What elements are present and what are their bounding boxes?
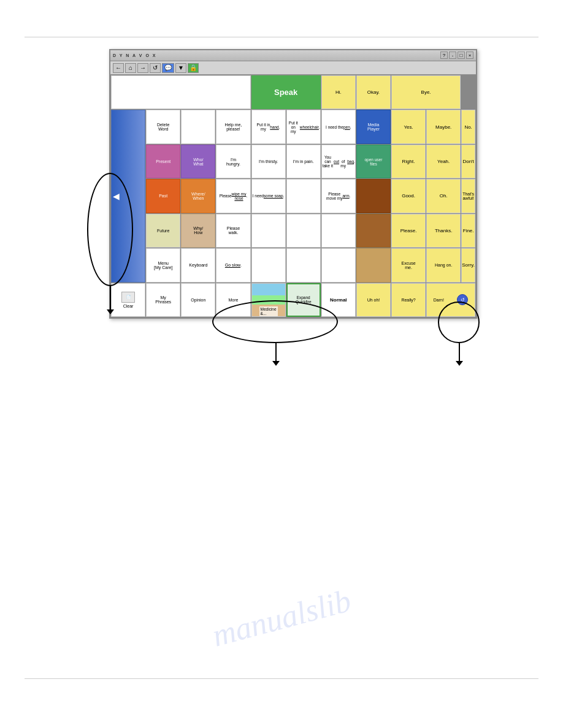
- arrow-right: [459, 343, 460, 362]
- cell-darn[interactable]: Darn! ↺: [426, 283, 475, 317]
- cell-i-need-pen[interactable]: I need thepen.: [321, 110, 356, 143]
- cell-okay[interactable]: Okay.: [356, 75, 391, 109]
- cell-blank-r5c5[interactable]: [251, 214, 286, 248]
- cell-my-phrases[interactable]: MyPhrases: [146, 283, 180, 317]
- app-window: D Y N A V O X ? - □ × ← ⌂ → ↺ 💬 ▼ 🔒 Spea…: [109, 49, 477, 319]
- cell-clear[interactable]: 📄 Clear: [111, 283, 145, 317]
- cell-blank-r4c6[interactable]: [286, 179, 321, 213]
- speak-button[interactable]: Speak: [251, 75, 321, 109]
- minimize-btn[interactable]: -: [449, 51, 456, 59]
- cell-menu-mycare[interactable]: Menu[My Care]: [146, 248, 180, 282]
- cell-help-me[interactable]: Help me,please!: [216, 110, 250, 143]
- cell-maybe[interactable]: Maybe.: [426, 110, 461, 143]
- app-title: D Y N A V O X: [113, 53, 157, 58]
- cell-opinion[interactable]: Opinion: [181, 283, 215, 317]
- home-btn[interactable]: ⌂: [125, 63, 136, 73]
- cell-expand-quickfire[interactable]: ExpandQuickfire: [286, 283, 321, 317]
- cell-open-user-files[interactable]: open userfiles: [356, 145, 391, 178]
- lock-btn[interactable]: 🔒: [188, 63, 199, 73]
- aac-grid: Speak Hi. Okay. Bye. ◀ DeleteWord Help m…: [110, 75, 476, 317]
- title-bar: D Y N A V O X ? - □ ×: [110, 50, 476, 61]
- cell-who-what[interactable]: Who/What: [181, 145, 215, 178]
- cell-uh-oh[interactable]: Uh oh!: [356, 283, 391, 317]
- cell-yeah[interactable]: Yeah.: [426, 145, 461, 178]
- back-btn[interactable]: ←: [113, 63, 124, 73]
- cell-yes[interactable]: Yes.: [391, 110, 426, 143]
- cell-no[interactable]: No.: [461, 110, 475, 143]
- top-rule: [25, 37, 538, 37]
- dropdown-btn[interactable]: ▼: [175, 63, 186, 73]
- cell-media-player[interactable]: MediaPlayer: [356, 110, 391, 143]
- cell-blank-r6c6[interactable]: [286, 248, 321, 282]
- cell-brown-r5[interactable]: [356, 214, 391, 248]
- cell-hi[interactable]: Hi.: [321, 75, 356, 109]
- cell-blank-r2c3[interactable]: [181, 110, 215, 143]
- cell-thats-awful[interactable]: That'sawful!: [461, 179, 475, 213]
- cell-blank-r6c7[interactable]: [321, 248, 356, 282]
- cell-where-when[interactable]: Where/When: [181, 179, 215, 213]
- cell-please-walk[interactable]: Pleasewalk.: [216, 214, 250, 248]
- forward-btn[interactable]: →: [137, 63, 148, 73]
- speak-btn[interactable]: 💬: [162, 63, 174, 73]
- arrow-center: [275, 343, 277, 362]
- cell-right[interactable]: Right.: [391, 145, 426, 178]
- title-controls: ? - □ ×: [440, 51, 473, 59]
- cell-bye[interactable]: Bye.: [391, 75, 461, 109]
- cell-more[interactable]: More: [216, 283, 250, 317]
- cell-thanks[interactable]: Thanks.: [426, 214, 461, 248]
- cell-normal[interactable]: Normal: [321, 283, 356, 317]
- watermark: manualslib: [64, 544, 499, 692]
- cell-im-thirsty[interactable]: I'm thirsty.: [251, 145, 286, 178]
- cell-put-hand[interactable]: Put it inmy hand.: [251, 110, 286, 143]
- cell-really[interactable]: Really?: [391, 283, 426, 317]
- maximize-btn[interactable]: □: [458, 51, 465, 59]
- cell-im-in-pain[interactable]: I'm in pain.: [286, 145, 321, 178]
- cell-present[interactable]: Present: [146, 145, 180, 178]
- cell-brown-r4[interactable]: [356, 179, 391, 213]
- cell-dont[interactable]: Don't: [461, 145, 475, 178]
- cell-put-wheelchair[interactable]: Put it onmy wheelchair.: [286, 110, 321, 143]
- cell-please-wipe[interactable]: Pleasewipe mynose.: [216, 179, 250, 213]
- cell-excuse-me[interactable]: Excuseme.: [391, 248, 426, 282]
- cell-please[interactable]: Please.: [391, 214, 426, 248]
- cell-good[interactable]: Good.: [391, 179, 426, 213]
- cell-past[interactable]: Past: [146, 179, 180, 213]
- cell-tan-r6[interactable]: [356, 248, 391, 282]
- help-btn[interactable]: ?: [440, 51, 448, 59]
- cell-future[interactable]: Future: [146, 214, 180, 248]
- cell-blank-r6c5[interactable]: [251, 248, 286, 282]
- cell-fine[interactable]: Fine.: [461, 214, 475, 248]
- sidebar-nav: ◀: [111, 110, 145, 282]
- display-area: [111, 75, 251, 109]
- cell-why-how[interactable]: Why/How: [181, 214, 215, 248]
- cell-oh[interactable]: Oh.: [426, 179, 461, 213]
- cell-blank-r5c7[interactable]: [321, 214, 356, 248]
- toolbar: ← ⌂ → ↺ 💬 ▼ 🔒: [110, 61, 476, 75]
- bottom-rule: [25, 678, 538, 679]
- cell-medicine[interactable]: Medicine&...: [251, 283, 286, 317]
- cell-hang-on[interactable]: Hang on.: [426, 248, 461, 282]
- cell-i-need-soap[interactable]: I needsome soap.: [251, 179, 286, 213]
- refresh-btn[interactable]: ↺: [150, 63, 161, 73]
- arrow-right-head: [456, 361, 463, 366]
- cell-blank-r5c6[interactable]: [286, 214, 321, 248]
- cell-please-move-arm[interactable]: Pleasemove myarm.: [321, 179, 356, 213]
- cell-go-slow[interactable]: Go slow.: [216, 248, 250, 282]
- cell-sorry[interactable]: Sorry.: [461, 248, 475, 282]
- cell-im-hungry[interactable]: I'mhungry.: [216, 145, 250, 178]
- close-btn[interactable]: ×: [466, 51, 473, 59]
- cell-delete-word[interactable]: DeleteWord: [146, 110, 180, 143]
- cell-keyboard[interactable]: Keyboard: [181, 248, 215, 282]
- page: D Y N A V O X ? - □ × ← ⌂ → ↺ 💬 ▼ 🔒 Spea…: [0, 0, 563, 728]
- cell-take-out[interactable]: You cantake it outof my bag.: [321, 145, 356, 178]
- arrow-center-head: [272, 361, 280, 366]
